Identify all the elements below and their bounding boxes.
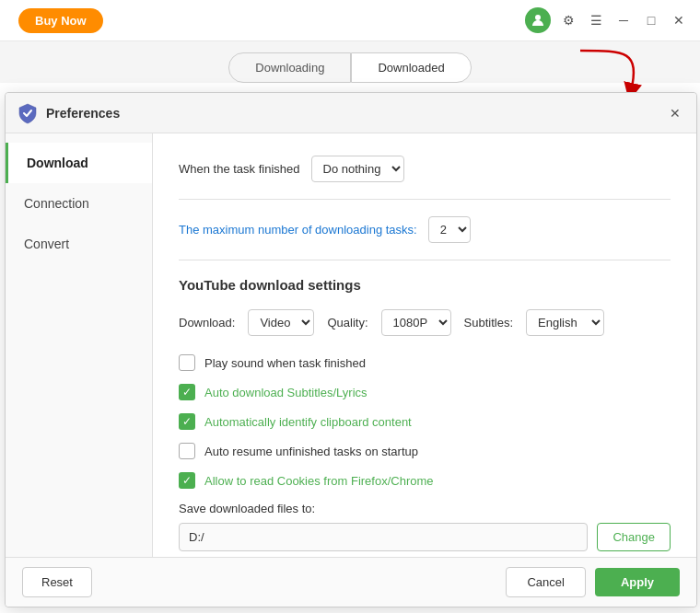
sidebar-item-download[interactable]: Download — [6, 143, 152, 183]
menu-icon[interactable]: ☰ — [586, 10, 606, 30]
settings-icon[interactable]: ⚙ — [558, 10, 578, 30]
task-finished-label: When the task finished — [179, 162, 300, 176]
yt-subtitles-label: Subtitles: — [464, 316, 513, 330]
apply-button[interactable]: Apply — [595, 568, 680, 596]
yt-subtitles-select[interactable]: None English Spanish French — [526, 309, 604, 336]
yt-download-select[interactable]: Video Audio — [248, 309, 314, 336]
yt-section-title: YouTube download settings — [179, 277, 671, 293]
dialog-main-panel: When the task finished Do nothing Sleep … — [153, 133, 696, 557]
checkbox-play-sound[interactable]: Play sound when task finished — [179, 354, 671, 371]
checkbox-read-cookies[interactable]: ✓ Allow to read Cookies from Firefox/Chr… — [179, 472, 671, 489]
yt-download-label: Download: — [179, 316, 235, 330]
save-path-input[interactable] — [179, 523, 588, 551]
app-logo-icon — [17, 102, 39, 124]
checkbox-unchecked-icon-2[interactable] — [179, 443, 195, 459]
sidebar-item-convert[interactable]: Convert — [6, 224, 152, 264]
footer-right: Cancel Apply — [506, 567, 680, 597]
checkbox-read-cookies-label: Allow to read Cookies from Firefox/Chrom… — [204, 474, 434, 488]
dialog-close-button[interactable]: ✕ — [665, 103, 685, 123]
save-path-label: Save downloaded files to: — [179, 502, 671, 515]
save-path-section: Save downloaded files to: Change — [179, 502, 671, 551]
yt-quality-label: Quality: — [327, 316, 368, 330]
close-button[interactable]: ✕ — [669, 10, 689, 30]
checkbox-auto-resume[interactable]: Auto resume unfinished tasks on startup — [179, 443, 671, 459]
dialog-footer: Reset Cancel Apply — [6, 557, 696, 607]
checkbox-auto-subtitles-label: Auto download Subtitles/Lyrics — [204, 386, 368, 399]
dialog-title: Preferences — [46, 106, 665, 121]
task-finished-row: When the task finished Do nothing Sleep … — [179, 156, 671, 182]
dialog-title-bar: Preferences ✕ — [6, 93, 696, 133]
checkbox-checked-icon[interactable]: ✓ — [179, 384, 195, 400]
checkbox-checked-icon-3[interactable]: ✓ — [179, 472, 195, 489]
save-path-row: Change — [179, 523, 671, 551]
checkbox-play-sound-label: Play sound when task finished — [204, 356, 366, 370]
checkbox-auto-clipboard-label: Automatically identify clipboard content — [204, 415, 412, 429]
buy-now-button[interactable]: Buy Now — [18, 8, 103, 33]
yt-quality-select[interactable]: 720P 1080P 4K — [381, 309, 451, 336]
dialog-sidebar: Download Connection Convert — [6, 133, 153, 557]
max-tasks-label: The maximum number of downloading tasks: — [179, 223, 417, 237]
preferences-dialog: Preferences ✕ Download Connection Conver… — [5, 92, 697, 607]
task-finished-select[interactable]: Do nothing Sleep Shutdown — [311, 156, 404, 182]
divider-1 — [179, 199, 671, 200]
maximize-button[interactable]: □ — [641, 10, 661, 30]
minimize-button[interactable]: ─ — [613, 10, 634, 30]
tab-downloading[interactable]: Downloading — [228, 52, 351, 83]
checkbox-unchecked-icon[interactable] — [179, 354, 195, 371]
tabs-area: Downloading Downloaded — [0, 41, 700, 83]
checkbox-auto-subtitles[interactable]: ✓ Auto download Subtitles/Lyrics — [179, 384, 671, 400]
divider-2 — [179, 260, 671, 260]
app-window: Buy Now ⚙ ☰ ─ □ ✕ Downloading Downloaded — [0, 0, 700, 613]
checkbox-checked-icon-2[interactable]: ✓ — [179, 413, 195, 430]
checkbox-auto-resume-label: Auto resume unfinished tasks on startup — [204, 445, 418, 458]
max-tasks-select[interactable]: 1 2 3 4 5 — [428, 216, 471, 243]
change-button[interactable]: Change — [597, 523, 671, 551]
sidebar-item-connection[interactable]: Connection — [6, 183, 152, 224]
cancel-button[interactable]: Cancel — [506, 567, 585, 597]
tab-downloaded[interactable]: Downloaded — [351, 52, 471, 83]
max-tasks-row: The maximum number of downloading tasks:… — [179, 216, 671, 243]
dialog-content: Download Connection Convert When the tas… — [6, 133, 696, 557]
yt-settings-row: Download: Video Audio Quality: 720P 1080… — [179, 309, 671, 336]
reset-button[interactable]: Reset — [22, 567, 92, 597]
user-icon[interactable] — [525, 7, 551, 33]
title-bar: Buy Now ⚙ ☰ ─ □ ✕ — [0, 0, 700, 41]
svg-point-0 — [535, 15, 541, 20]
checkbox-auto-clipboard[interactable]: ✓ Automatically identify clipboard conte… — [179, 413, 671, 430]
